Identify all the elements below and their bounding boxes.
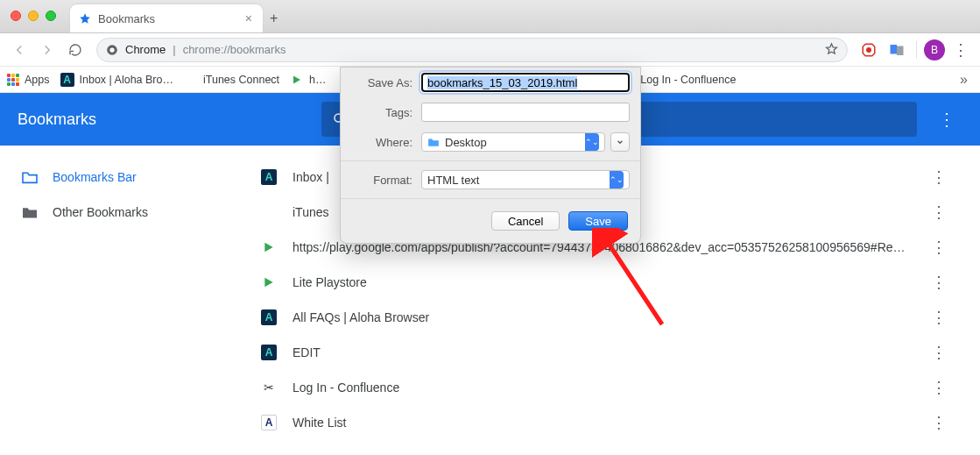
- bookmarks-sidebar: Bookmarks Bar Other Bookmarks: [0, 146, 245, 455]
- apple-icon: [184, 73, 198, 87]
- close-window-button[interactable]: [11, 11, 21, 21]
- page-title: Bookmarks: [18, 110, 96, 129]
- expand-save-dialog-button[interactable]: [610, 132, 630, 152]
- save-button[interactable]: Save: [568, 211, 628, 231]
- minimize-window-button[interactable]: [28, 11, 39, 21]
- tab-close-button[interactable]: ×: [242, 11, 256, 25]
- aloha-icon: A: [261, 309, 277, 325]
- address-prefix: Chrome: [125, 43, 166, 56]
- dialog-separator: [341, 160, 640, 161]
- bookmark-label: Lite Playstore: [293, 275, 910, 289]
- row-menu-button[interactable]: ⋮: [926, 413, 952, 432]
- browser-toolbar: Chrome | chrome://bookmarks B ⋮: [0, 33, 980, 67]
- tags-label: Tags:: [351, 106, 412, 119]
- zoom-window-button[interactable]: [46, 11, 56, 21]
- bookmark-bar-item[interactable]: h…: [290, 73, 326, 87]
- bookmark-page-icon[interactable]: [825, 42, 838, 58]
- bookmarks-menu-button[interactable]: ⋮: [931, 109, 962, 130]
- address-url: chrome://bookmarks: [183, 43, 286, 56]
- chevron-down-icon: [616, 138, 624, 146]
- play-icon: [290, 73, 304, 87]
- bookmarks-overflow-button[interactable]: »: [955, 72, 973, 88]
- toolbar-divider: [916, 41, 917, 59]
- back-button[interactable]: [7, 38, 32, 62]
- bookmark-row[interactable]: ✂ Log In - Confluence ⋮: [245, 370, 959, 405]
- bookmark-bar-item[interactable]: A Inbox | Aloha Bro…: [60, 73, 173, 87]
- aloha-icon: A: [60, 73, 74, 87]
- svg-point-3: [866, 47, 871, 53]
- bookmark-row[interactable]: A All FAQs | Aloha Browser ⋮: [245, 300, 959, 335]
- new-tab-button[interactable]: +: [270, 4, 278, 32]
- aloha-icon: A: [261, 345, 277, 360]
- avatar-initial: B: [931, 44, 938, 56]
- format-label: Format:: [351, 174, 412, 187]
- bookmark-label: White List: [293, 416, 910, 430]
- apps-label: Apps: [25, 74, 50, 86]
- svg-rect-4: [891, 45, 898, 54]
- apple-icon: [261, 204, 277, 220]
- window-controls: [11, 11, 56, 21]
- folder-icon: [21, 170, 39, 184]
- aloha-icon: A: [261, 415, 277, 430]
- extension-translate-icon[interactable]: [885, 38, 909, 62]
- save-as-label: Save As:: [351, 76, 412, 89]
- tags-input[interactable]: [421, 103, 630, 122]
- bookmark-label: All FAQs | Aloha Browser: [293, 310, 910, 324]
- reload-button[interactable]: [63, 38, 88, 62]
- row-menu-button[interactable]: ⋮: [926, 378, 952, 397]
- apps-shortcut[interactable]: Apps: [7, 74, 50, 86]
- sidebar-item-other-bookmarks[interactable]: Other Bookmarks: [0, 195, 245, 230]
- svg-point-1: [109, 47, 114, 52]
- sidebar-item-bookmarks-bar[interactable]: Bookmarks Bar: [0, 160, 245, 195]
- svg-marker-8: [264, 243, 272, 252]
- bookmark-label: Log In - Confluence: [293, 380, 910, 395]
- bookmark-star-icon: [79, 12, 91, 25]
- aloha-icon: A: [261, 169, 277, 185]
- row-menu-button[interactable]: ⋮: [926, 203, 952, 222]
- chevron-updown-icon: ⌃⌄: [610, 171, 624, 188]
- forward-button[interactable]: [35, 38, 60, 62]
- row-menu-button[interactable]: ⋮: [926, 238, 952, 257]
- where-value: Desktop: [445, 136, 487, 149]
- where-popup-button[interactable]: Desktop ⌃⌄: [421, 132, 605, 152]
- tab-title: Bookmarks: [98, 12, 242, 25]
- folder-icon: [427, 137, 440, 147]
- browser-tab[interactable]: Bookmarks ×: [70, 4, 263, 32]
- play-icon: [261, 239, 277, 255]
- svg-rect-5: [897, 46, 904, 55]
- svg-marker-6: [293, 75, 300, 83]
- folder-icon: [21, 205, 39, 219]
- profile-avatar[interactable]: B: [924, 39, 945, 60]
- bookmark-bar-item[interactable]: iTunes Connect: [184, 73, 279, 87]
- extension-adblock-icon[interactable]: [857, 38, 881, 62]
- browser-menu-button[interactable]: ⋮: [948, 38, 973, 62]
- address-bar[interactable]: Chrome | chrome://bookmarks: [96, 38, 848, 62]
- format-popup-button[interactable]: HTML text ⌃⌄: [421, 170, 630, 189]
- row-menu-button[interactable]: ⋮: [926, 308, 952, 327]
- bookmark-row[interactable]: Lite Playstore ⋮: [245, 265, 959, 300]
- row-menu-button[interactable]: ⋮: [926, 273, 952, 292]
- sidebar-item-label: Other Bookmarks: [53, 205, 148, 219]
- dialog-separator: [341, 198, 640, 199]
- row-menu-button[interactable]: ⋮: [926, 167, 952, 187]
- svg-marker-9: [264, 278, 272, 288]
- sidebar-item-label: Bookmarks Bar: [53, 170, 137, 184]
- save-file-dialog: Save As: Tags: Where: Desktop ⌃⌄ Format:…: [340, 67, 641, 244]
- bookmark-label: EDIT: [293, 345, 910, 359]
- row-menu-button[interactable]: ⋮: [926, 343, 952, 362]
- format-value: HTML text: [427, 174, 479, 187]
- chevron-updown-icon: ⌃⌄: [585, 133, 599, 151]
- bookmark-row[interactable]: A White List ⋮: [245, 405, 959, 440]
- save-as-input[interactable]: [421, 73, 630, 92]
- play-icon: [261, 274, 277, 290]
- bookmark-row[interactable]: A EDIT ⋮: [245, 335, 959, 370]
- cancel-button[interactable]: Cancel: [491, 211, 560, 231]
- scissors-icon: ✂: [261, 380, 277, 395]
- chrome-icon: [106, 44, 118, 56]
- window-titlebar: Bookmarks × +: [0, 0, 980, 33]
- apps-grid-icon: [7, 74, 19, 86]
- where-label: Where:: [351, 136, 412, 149]
